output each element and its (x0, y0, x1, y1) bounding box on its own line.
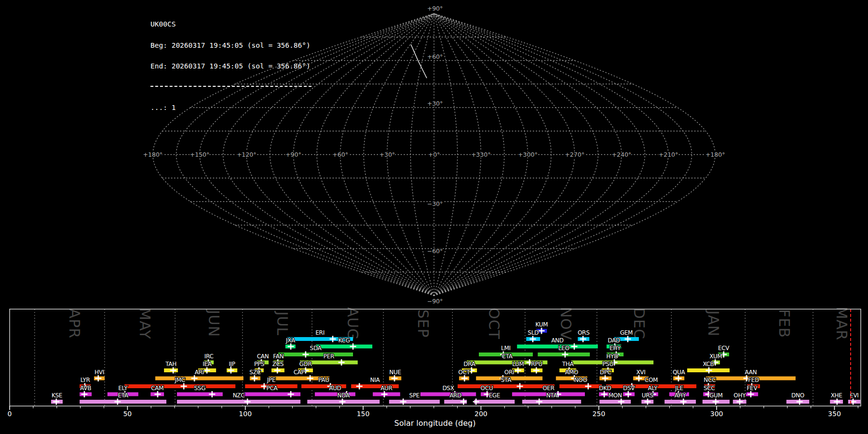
latitude-label: +30° (427, 100, 443, 107)
shower-label-ARI: ARI (195, 369, 204, 376)
north-pole-label: +90° (427, 5, 443, 12)
shower-label-ECV: ECV (718, 345, 730, 352)
shower-bar-SPE (389, 400, 440, 404)
peak-marker-GEM (624, 336, 631, 342)
longitude-label: +90° (285, 151, 301, 158)
shower-label-ELY: ELY (118, 385, 128, 392)
peak-marker-SPE (400, 399, 407, 405)
peak-marker-FEV (747, 391, 754, 397)
peak-marker-JXA (288, 343, 294, 350)
shower-label-DSX: DSX (442, 385, 454, 392)
shower-label-PPS: PPS (254, 361, 264, 367)
shower-bar-NTA (522, 400, 581, 404)
shower-label-ETA: ETA (118, 392, 128, 399)
shower-label-GDR: GDR (299, 361, 312, 367)
latitude-label: −30° (427, 200, 443, 207)
shower-bar-AND (517, 345, 598, 349)
longitude-label: +300° (518, 151, 538, 158)
shower-label-AVB: AVB (80, 385, 91, 392)
peak-marker-SZC (251, 375, 258, 381)
shower-bar-JMC (124, 384, 235, 388)
month-label: AUG (344, 307, 361, 340)
shower-label-HYD: HYD (606, 353, 618, 360)
tick-label-200: 200 (475, 410, 488, 418)
shower-label-LUM: LUM (512, 361, 524, 367)
shower-label-ZCS: ZCS (272, 361, 284, 367)
peak-marker-OCT (461, 375, 468, 381)
peak-marker-KSE (53, 399, 59, 405)
shower-label-DPC: DPC (600, 369, 611, 376)
shower-label-DNO: DNO (791, 392, 804, 399)
month-label: DEC (631, 308, 648, 339)
shower-label-XVI: XVI (636, 369, 645, 376)
peak-marker-ORS (580, 336, 586, 342)
shower-label-STA: STA (501, 377, 512, 383)
shower-label-JLE: JLE (675, 385, 683, 392)
peak-marker-IJP (228, 367, 234, 374)
shower-label-COM: COM (645, 377, 658, 383)
peak-marker-QUA (675, 375, 681, 381)
month-label: NOV (557, 307, 574, 340)
x-axis-label: Solar longitude (deg) (387, 419, 483, 428)
shower-bar-ARI (155, 377, 244, 380)
shower-label-AUR: AUR (380, 385, 392, 392)
shower-label-CTA: CTA (502, 353, 513, 360)
peak-marker-RPU (533, 367, 540, 374)
month-label: JUN (205, 309, 222, 337)
month-label: FEB (776, 309, 793, 338)
shower-bar-SSG (177, 393, 223, 396)
shower-label-GEM: GEM (620, 329, 633, 336)
separator-line (150, 86, 312, 87)
shower-label-IJP: IJP (229, 361, 235, 367)
peak-marker-NIA (356, 383, 363, 390)
peak-marker-EGE (473, 399, 479, 405)
longitude-label: +240° (612, 151, 632, 158)
shower-bar-MON (599, 400, 631, 404)
shower-label-TAH: TAH (165, 361, 176, 367)
shower-label-AUD: AUD (329, 385, 341, 392)
shower-label-GUM: GUM (709, 392, 723, 399)
peak-marker-MON (618, 399, 624, 405)
activity-timeline: APRMAYJUNJULAUGSEPOCTNOVDECJANFEBMARKUME… (8, 307, 861, 418)
peak-marker-AND (571, 343, 577, 350)
longitude-label: +0° (428, 151, 440, 158)
month-label: MAR (833, 307, 850, 340)
shower-label-DRA: DRA (463, 361, 475, 367)
shower-label-THA: THA (562, 361, 574, 367)
tick-label-100: 100 (239, 410, 252, 418)
peak-marker-GUM (713, 399, 719, 405)
shower-label-OHY: OHY (733, 392, 746, 399)
shower-label-SSG: SSG (194, 385, 206, 392)
shower-label-FAN: FAN (273, 353, 284, 360)
shower-label-NCC: NCC (704, 377, 716, 383)
shower-label-KCG: KCG (338, 337, 350, 344)
tick-label-250: 250 (592, 410, 605, 418)
shower-label-AAN: AAN (745, 369, 757, 376)
longitude-label: +120° (237, 151, 257, 158)
shower-bar-EGE (474, 400, 515, 404)
peak-marker-ARI (191, 375, 198, 381)
tick-label-50: 50 (123, 410, 132, 418)
shower-label-SDA: SDA (310, 345, 322, 352)
longitude-label: +330° (471, 151, 491, 158)
peak-marker-CAM (154, 391, 161, 397)
longitude-label: +180° (705, 151, 725, 158)
header-block: UK00CS Beg: 20260317 19:45:05 (sol = 356… (150, 7, 312, 125)
begin-time: Beg: 20260317 19:45:05 (sol = 356.86°) (150, 42, 312, 49)
peak-marker-XHE (834, 399, 840, 405)
shower-label-EHY: EHY (610, 345, 621, 352)
shower-label-AHY: AHY (675, 392, 687, 399)
shower-label-NTA: NTA (546, 392, 558, 399)
shower-label-SPE: SPE (409, 392, 420, 399)
shower-label-IEA: IEA (203, 361, 212, 367)
x-axis (10, 406, 858, 410)
tick-label-150: 150 (357, 410, 370, 418)
peak-marker-STA (517, 383, 523, 390)
south-pole-label: −90° (427, 298, 443, 305)
shower-bar-SDA (278, 353, 353, 356)
peak-marker-ETA (114, 399, 121, 405)
peak-marker-SSG (209, 391, 215, 397)
longitude-label: +30° (379, 151, 395, 158)
shower-label-LMI: LMI (501, 345, 511, 352)
shower-band-orchid: KSEETANZCNDASPEARDEGENTAMONURSAHYGUMOHYD… (51, 392, 860, 405)
